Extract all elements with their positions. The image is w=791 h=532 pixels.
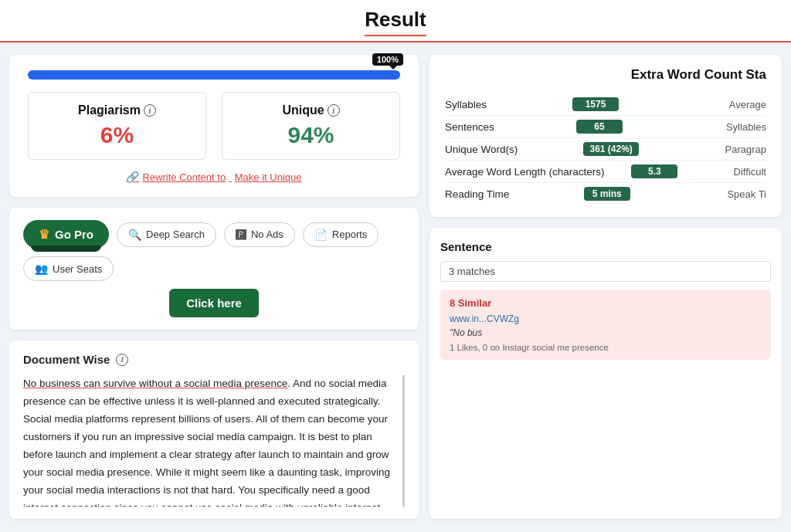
stat-value-syllables: 1575 [572, 97, 619, 111]
rewrite-link-container: 🔗 Rewrite Content to Make it Unique [28, 171, 400, 183]
no-ads-label: No Ads [251, 229, 283, 240]
stat-value-avg-word-length: 5.3 [631, 164, 677, 178]
stat-label-sentences: Sentences [445, 121, 494, 133]
document-wise-title: Document Wise [23, 353, 110, 366]
stats-row-avg-word-length: Average Word Length (characters) 5.3 Dif… [445, 161, 766, 183]
stat-label-avg-word-length: Average Word Length (characters) [445, 166, 605, 178]
similar-section: 8 Similar www.in...CVWZg "No bus 1 Likes… [440, 290, 771, 360]
stat-right-avg-word-length: Difficult [704, 166, 766, 178]
left-panel: 100% Plagiarism i 6% Unique [9, 55, 419, 519]
click-here-label: Click here [186, 296, 242, 310]
user-seats-label: User Seats [53, 263, 102, 275]
stat-right-reading-time: Speak Ti [704, 188, 766, 200]
no-ads-icon: 🅿 [236, 229, 246, 241]
doc-text-scroll[interactable]: No business can survive without a social… [23, 375, 405, 507]
unique-value: 94% [235, 122, 387, 148]
plagiarism-title: Plagiarism i [41, 103, 193, 117]
reports-label: Reports [332, 229, 368, 240]
stat-value-sentences: 65 [576, 120, 623, 134]
similar-meta: 1 Likes, 0 on Instagr social me presence [450, 343, 762, 352]
sentence-header: Sentence [440, 240, 771, 253]
right-panel: Extra Word Count Sta Syllables 1575 Aver… [419, 55, 782, 519]
page-title: Result [365, 8, 426, 36]
go-pro-label: Go Pro [55, 228, 93, 241]
feature-bar: ♛ Go Pro 🔍 Deep Search 🅿 No Ads 📄 Report… [9, 208, 419, 330]
plagiarism-box: Plagiarism i 6% [28, 92, 206, 160]
progress-fill: 100% [28, 70, 400, 80]
progress-label: 100% [372, 53, 403, 66]
stat-label-unique-words: Unique Word(s) [445, 144, 518, 155]
unique-title: Unique i [235, 103, 387, 117]
make-unique-text: Make it Unique [235, 171, 302, 183]
matches-badge: 3 matches [440, 261, 771, 282]
search-icon: 🔍 [128, 229, 141, 241]
sentence-panel: Sentence 3 matches 8 Similar www.in...CV… [429, 228, 782, 519]
no-ads-button[interactable]: 🅿 No Ads [224, 222, 295, 247]
doc-text: No business can survive without a social… [23, 375, 398, 507]
doc-info-icon[interactable]: i [116, 354, 128, 366]
plagiarism-info-icon[interactable]: i [144, 104, 156, 117]
plagiarized-text: No business can survive without a social… [23, 378, 287, 389]
plagiarism-value: 6% [41, 122, 193, 148]
stats-card: Extra Word Count Sta Syllables 1575 Aver… [429, 55, 782, 217]
stats-row-syllables: Syllables 1575 Average [445, 93, 766, 116]
result-header: Result [0, 0, 791, 42]
unique-box: Unique i 94% [222, 92, 400, 160]
stat-right-unique-words: Paragrap [704, 144, 766, 155]
user-seats-button[interactable]: 👥 User Seats [23, 256, 114, 281]
similar-link[interactable]: www.in...CVWZg [450, 313, 762, 324]
crown-icon: ♛ [39, 227, 49, 242]
stats-rows: Syllables 1575 Average Sentences 65 Syll… [445, 93, 766, 205]
document-section: Document Wise i No business can survive … [9, 341, 419, 519]
feature-bar-inner: ♛ Go Pro 🔍 Deep Search 🅿 No Ads 📄 Report… [23, 220, 405, 281]
go-pro-button[interactable]: ♛ Go Pro [23, 220, 109, 249]
reports-button[interactable]: 📄 Reports [303, 222, 379, 247]
unique-info-icon[interactable]: i [328, 104, 340, 117]
stat-value-unique-words: 361 (42%) [583, 142, 638, 156]
click-here-button[interactable]: Click here [169, 289, 259, 317]
user-seats-icon: 👥 [35, 263, 48, 275]
deep-search-label: Deep Search [146, 229, 205, 240]
doc-header: Document Wise i [23, 353, 405, 366]
stats-row-reading-time: Reading Time 5 mins Speak Ti [445, 183, 766, 205]
stat-value-reading-time: 5 mins [584, 187, 630, 201]
link-icon: 🔗 [126, 171, 139, 183]
progress-track: 100% [28, 70, 400, 80]
reports-icon: 📄 [314, 229, 328, 241]
doc-body-rest: . And no social media presence can be ef… [23, 378, 390, 507]
stats-row-sentences: Sentences 65 Syllables [445, 116, 766, 138]
stats-row-unique-words: Unique Word(s) 361 (42%) Paragrap [445, 138, 766, 161]
stat-right-sentences: Syllables [704, 121, 766, 133]
deep-search-button[interactable]: 🔍 Deep Search [117, 222, 216, 247]
stats-title: Extra Word Count Sta [445, 67, 766, 83]
stat-right-syllables: Average [704, 99, 766, 110]
similar-title: 8 Similar [450, 297, 762, 309]
score-card: 100% Plagiarism i 6% Unique [9, 55, 419, 197]
stat-label-syllables: Syllables [445, 99, 487, 110]
stat-label-reading-time: Reading Time [445, 188, 509, 200]
progress-bar-container: 100% [28, 70, 400, 80]
score-row: Plagiarism i 6% Unique i 94% [28, 92, 400, 160]
similar-quote: "No bus [450, 327, 762, 338]
rewrite-link[interactable]: 🔗 Rewrite Content to Make it Unique [126, 171, 301, 183]
